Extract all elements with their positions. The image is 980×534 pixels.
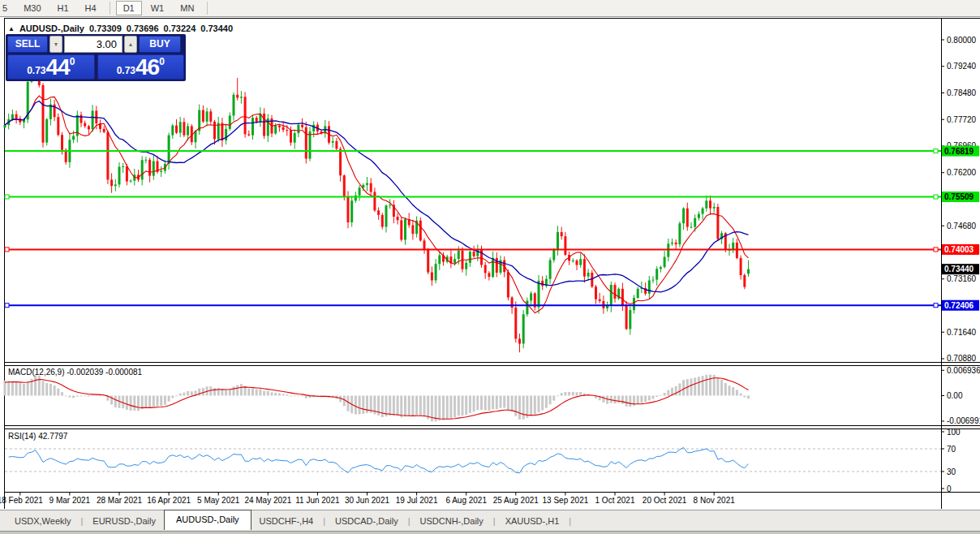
candle-body xyxy=(690,227,693,228)
macd-histogram-bar xyxy=(236,385,239,395)
macd-histogram-bar xyxy=(473,396,475,412)
rsi-axis-label: 0 xyxy=(947,484,952,493)
buy-button[interactable]: BUY xyxy=(139,36,181,53)
volume-increase-button[interactable]: ▲ xyxy=(124,36,137,53)
candle-body xyxy=(11,114,14,119)
macd-histogram-bar xyxy=(133,396,135,411)
volume-input[interactable] xyxy=(64,36,122,53)
candle-body xyxy=(42,85,45,143)
candle-body xyxy=(282,127,285,130)
candle-body xyxy=(599,299,601,301)
candle-body xyxy=(678,223,681,244)
macd-histogram-bar xyxy=(678,383,681,395)
macd-histogram-bar xyxy=(19,383,21,396)
candle-body xyxy=(610,285,612,306)
macd-histogram-bar xyxy=(168,396,170,402)
rsi-axis-label: 70 xyxy=(947,445,956,454)
macd-histogram-bar xyxy=(736,390,738,395)
candle-body xyxy=(126,166,128,182)
macd-histogram-bar xyxy=(462,396,464,416)
macd-histogram-bar xyxy=(705,375,707,396)
macd-histogram-bar xyxy=(233,386,235,395)
candle-body xyxy=(671,243,673,243)
candle-body xyxy=(183,122,185,135)
macd-histogram-bar xyxy=(305,396,307,398)
candle-body xyxy=(400,220,402,239)
macd-histogram-bar xyxy=(602,396,604,403)
candle-body xyxy=(614,285,617,299)
level-line-handle[interactable] xyxy=(934,248,938,252)
level-line-handle[interactable] xyxy=(5,304,9,308)
candle-body xyxy=(240,97,243,97)
candle-body xyxy=(621,289,624,306)
candle-body xyxy=(141,160,144,179)
date-axis-label: 11 Jun 2021 xyxy=(295,496,340,505)
sell-button[interactable]: SELL xyxy=(7,36,48,53)
candle-body xyxy=(347,196,350,222)
macd-histogram-bar xyxy=(267,391,269,396)
macd-histogram-bar xyxy=(500,396,502,408)
macd-histogram-bar xyxy=(435,396,437,422)
level-line-handle[interactable] xyxy=(934,195,938,199)
candle-body xyxy=(438,255,441,264)
macd-histogram-bar xyxy=(404,396,406,417)
candle-body xyxy=(122,166,124,167)
macd-histogram-bar xyxy=(442,396,445,420)
candle-body xyxy=(458,251,460,259)
candle-body xyxy=(263,114,265,136)
candle-body xyxy=(49,105,52,119)
candle-body xyxy=(625,306,628,329)
macd-histogram-bar xyxy=(148,396,151,408)
macd-histogram-bar xyxy=(503,396,505,408)
candle-body xyxy=(686,209,689,227)
date-axis-label: 16 Apr 2021 xyxy=(147,496,191,505)
level-price-label-text: 0.74003 xyxy=(944,245,974,254)
macd-histogram-bar xyxy=(7,381,10,396)
macd-histogram-bar xyxy=(271,392,273,395)
macd-histogram-bar xyxy=(15,382,18,396)
level-line-handle[interactable] xyxy=(934,149,938,153)
buy-price-button[interactable]: 0.73 46 0 xyxy=(97,54,185,80)
macd-histogram-bar xyxy=(217,388,220,396)
level-line-handle[interactable] xyxy=(934,304,938,308)
macd-histogram-bar xyxy=(359,396,361,415)
rsi-indicator-label: RSI(14) 42.7797 xyxy=(8,432,68,441)
macd-histogram-bar xyxy=(552,396,555,401)
macd-indicator-label: MACD(12,26,9) -0.002039 -0.000081 xyxy=(8,368,143,377)
candle-body xyxy=(15,114,18,118)
level-line-handle[interactable] xyxy=(5,195,9,199)
candle-body xyxy=(435,264,437,280)
candle-body xyxy=(469,252,471,263)
macd-histogram-bar xyxy=(427,396,429,420)
candle-body xyxy=(179,122,182,132)
macd-histogram-bar xyxy=(256,390,258,396)
candle-body xyxy=(301,125,303,127)
macd-histogram-bar xyxy=(579,392,582,396)
macd-axis-label: 0.006936 xyxy=(947,366,980,375)
macd-histogram-bar xyxy=(282,394,285,395)
macd-histogram-bar xyxy=(274,393,277,396)
volume-decrease-button[interactable]: ▼ xyxy=(49,36,62,53)
macd-histogram-bar xyxy=(698,377,700,395)
buy-price-prefix: 0.73 xyxy=(117,65,135,76)
macd-histogram-bar xyxy=(664,393,666,395)
level-line-handle[interactable] xyxy=(5,248,9,252)
macd-histogram-bar xyxy=(187,391,189,396)
candle-body xyxy=(549,260,552,278)
candle-body xyxy=(130,181,132,182)
sell-price-button[interactable]: 0.73 44 0 xyxy=(7,54,95,80)
candle-body xyxy=(465,263,467,269)
price-axis-tick-label: 0.80000 xyxy=(947,36,977,45)
macd-histogram-bar xyxy=(675,386,677,396)
macd-histogram-bar xyxy=(660,395,662,396)
candle-body xyxy=(698,214,700,218)
terminal-window: 5M30H1H4D1W1MN ▲ AUDUSD-,Daily 0.73309 0… xyxy=(0,0,980,534)
candle-body xyxy=(209,111,212,121)
candle-body xyxy=(171,126,174,136)
rsi-line xyxy=(9,448,749,473)
candle-body xyxy=(233,95,235,116)
macd-histogram-bar xyxy=(286,394,288,395)
candle-body xyxy=(187,126,189,135)
macd-histogram-bar xyxy=(621,396,624,404)
macd-axis-label: -0.006991 xyxy=(947,416,980,425)
